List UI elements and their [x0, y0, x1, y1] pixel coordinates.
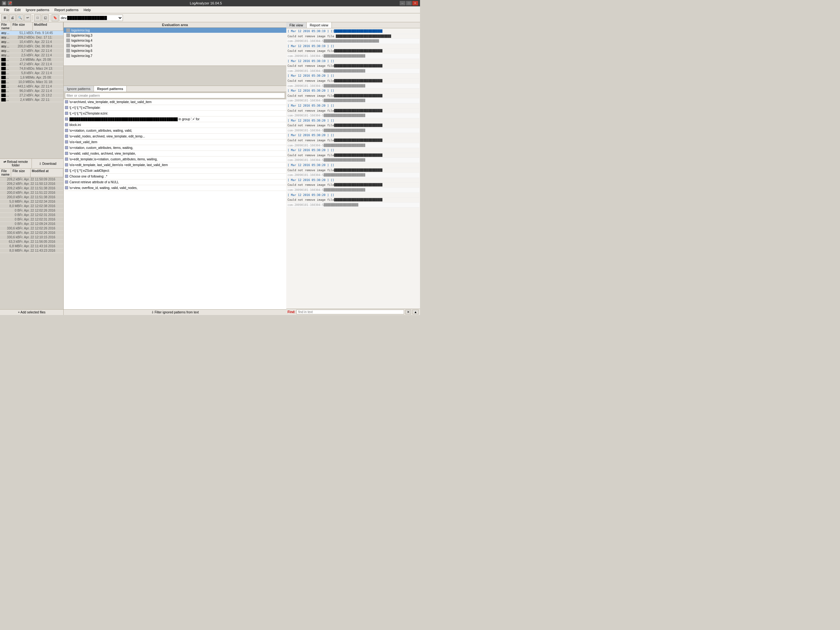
pattern-item[interactable]: \[.+\] \[.*\] eZSolr::addObject:: [64, 168, 286, 174]
pattern-item[interactable]: \s+valid_nodes, archived, view_template,…: [64, 134, 286, 139]
bottom-file-row[interactable]: ██████████████████0 BFr. Apr. 22 12:09:2…: [0, 222, 63, 226]
pattern-item[interactable]: \s+edit_template,\s+rotation, custom_att…: [64, 156, 286, 162]
maximize-button[interactable]: □: [406, 1, 412, 5]
bottom-file-row[interactable]: ████████████████████████200,0 kBFr. Apr.…: [0, 191, 63, 195]
toolbar-btn-4[interactable]: ↩: [24, 14, 31, 21]
bottom-file-row[interactable]: ████████████████████████209,2 kBFr. Apr.…: [0, 177, 63, 182]
minimize-button[interactable]: ─: [399, 1, 405, 5]
add-files-button[interactable]: + Add selected files: [0, 309, 63, 315]
toolbar-btn-5[interactable]: □: [34, 14, 41, 21]
top-file-row[interactable]: async.log.1.gz10,4 kBFr. Apr. 22 11:4: [0, 40, 63, 44]
filter-ignored-button[interactable]: ⇩ Filter ignored patterns from text: [64, 309, 286, 315]
reload-folder-button[interactable]: ⇄ Reload remote folder: [0, 159, 32, 169]
header-filename[interactable]: File name: [0, 22, 11, 30]
pattern-checkbox[interactable]: [65, 112, 68, 115]
top-file-row[interactable]: ███████████████████████47,2 kBFr. Apr. 2…: [0, 62, 63, 66]
top-file-row[interactable]: ████████████████████10,0 MBDo. März 31 1…: [0, 80, 63, 84]
bottom-file-row[interactable]: ████████████████████████200,0 kBFr. Apr.…: [0, 195, 63, 200]
view-tab-report-view[interactable]: Report view: [306, 22, 332, 28]
pattern-checkbox[interactable]: [65, 117, 68, 121]
find-close-button[interactable]: ✕: [405, 310, 411, 314]
bottom-file-row[interactable]: ██████████████████8,0 MBFr. Apr. 22 12:0…: [0, 204, 63, 208]
bottom-header-filename[interactable]: File name: [0, 169, 11, 177]
pattern-item[interactable]: block.ini: [64, 122, 286, 128]
bottom-file-row[interactable]: ██████████████████330,6 kBFr. Apr. 22 12…: [0, 235, 63, 239]
pattern-item[interactable]: \[.+\] \[.*\] eZTemplate:ezini:: [64, 111, 286, 117]
top-file-row[interactable]: ████████████████████96,0 kBFr. Apr. 22 1…: [0, 89, 63, 93]
bottom-file-row[interactable]: ██████████████████8,0 MBFr. Apr. 22 11:4…: [0, 249, 63, 253]
toolbar-btn-2[interactable]: 🖨: [9, 14, 16, 21]
pattern-item[interactable]: ████████████████████████████████████████…: [64, 117, 286, 122]
pattern-item[interactable]: \s\s+edit_template, last_valid_item\s\s …: [64, 162, 286, 168]
header-filesize[interactable]: File size: [11, 22, 33, 30]
pattern-item[interactable]: \s+rotation, custom_attributes, waiting,…: [64, 128, 286, 134]
bottom-header-modified[interactable]: Modified at: [30, 169, 63, 177]
pattern-item[interactable]: \s+rotation, custom_attributes, items, w…: [64, 145, 286, 151]
toolbar-btn-6[interactable]: ◱: [42, 14, 49, 21]
top-file-row[interactable]: async.log51,1 kBDi. Feb. 9 14:45: [0, 31, 63, 35]
top-file-row[interactable]: ████████████████████443,1 kBFr. Apr. 22 …: [0, 84, 63, 89]
pattern-checkbox[interactable]: [65, 180, 68, 184]
top-file-row[interactable]: ████████████████████1,6 MBMo. Apr. 25 08…: [0, 76, 63, 80]
bottom-file-row[interactable]: ████████████████████████209,2 kBFr. Apr.…: [0, 182, 63, 186]
pattern-item[interactable]: Cannot retrieve attribute of a NULL: [64, 180, 286, 185]
menu-help[interactable]: Help: [81, 7, 94, 13]
view-tab-file-view[interactable]: File view: [286, 22, 306, 28]
pattern-tab-report-patterns[interactable]: Report patterns: [94, 86, 127, 91]
toolbar-btn-1[interactable]: ⊞: [1, 14, 8, 21]
bottom-file-row[interactable]: ██████████████████0 BFr. Apr. 22 12:02:3…: [0, 213, 63, 217]
menu-ignore-patterns[interactable]: Ignore patterns: [23, 7, 52, 13]
find-input[interactable]: [297, 310, 404, 314]
top-file-row[interactable]: ██████████████████74,8 kBDo. März 24 13:: [0, 66, 63, 71]
remote-folder-dropdown[interactable]: dev.████████████████: [59, 15, 123, 21]
bottom-file-row[interactable]: ██████████████████330,6 kBFr. Apr. 22 12…: [0, 231, 63, 235]
bottom-file-row[interactable]: ██████████████████0 BFr. Apr. 22 12:02:2…: [0, 208, 63, 213]
download-button[interactable]: ⇩ Download: [32, 159, 63, 169]
bottom-file-row[interactable]: ██████████████████5,0 MBFr. Apr. 22 12:0…: [0, 200, 63, 204]
toolbar-btn-7[interactable]: 🔖: [52, 14, 58, 21]
pattern-checkbox[interactable]: [65, 169, 68, 172]
pattern-checkbox[interactable]: [65, 123, 68, 126]
pattern-checkbox[interactable]: [65, 163, 68, 166]
top-file-row[interactable]: ████████████████████27,2 kBFr. Apr. 15 1…: [0, 93, 63, 98]
titlebar-controls[interactable]: ─ □ ✕: [399, 1, 418, 5]
pattern-checkbox[interactable]: [65, 152, 68, 155]
pattern-item[interactable]: \s+valid, valid_nodes, archived, view_te…: [64, 151, 286, 156]
eval-file-row[interactable]: logs/error.log.7: [64, 53, 286, 58]
pattern-checkbox[interactable]: [65, 129, 68, 132]
menu-edit[interactable]: Edit: [12, 7, 23, 13]
bottom-file-row[interactable]: ██████████████████330,6 kBFr. Apr. 22 12…: [0, 226, 63, 231]
bottom-file-row[interactable]: ████████████████████████209,2 kBFr. Apr.…: [0, 186, 63, 191]
top-file-row[interactable]: async.log.2.gz3,7 kBFr. Apr. 22 11:4: [0, 49, 63, 53]
pattern-search-input[interactable]: [65, 93, 285, 98]
pattern-item[interactable]: \[.+\] \[.*\] eZTemplate:: [64, 105, 286, 111]
pattern-checkbox[interactable]: [65, 106, 68, 109]
eval-file-row[interactable]: logs/error.log.3: [64, 33, 286, 38]
top-file-row[interactable]: async.log.1209,2 kBDo. Dez. 17 11:: [0, 35, 63, 40]
pattern-checkbox[interactable]: [65, 158, 68, 161]
pattern-checkbox[interactable]: [65, 140, 68, 143]
eval-file-row[interactable]: logs/error.log: [64, 28, 286, 33]
bottom-file-row[interactable]: ██████████████████6,8 MBFr. Apr. 22 11:4…: [0, 244, 63, 249]
eval-file-row[interactable]: logs/error.log.5: [64, 43, 286, 48]
eval-file-row[interactable]: logs/error.log.4: [64, 38, 286, 43]
top-file-row[interactable]: async.log.2200,0 kBFr. Okt. 30 09:4: [0, 44, 63, 49]
close-button[interactable]: ✕: [412, 1, 418, 5]
bottom-file-row[interactable]: ██████████████████0 BFr. Apr. 22 12:02:3…: [0, 217, 63, 222]
bottom-file-row[interactable]: ██████████████████63,3 kBFr. Apr. 22 11:…: [0, 239, 63, 244]
pattern-item[interactable]: \s+view, overflow_id, waiting, valid, va…: [64, 185, 286, 191]
find-chevron-up[interactable]: ▲: [412, 310, 419, 314]
pattern-tab-ignore-patterns[interactable]: Ignore patterns: [64, 86, 94, 91]
top-file-row[interactable]: ████████████5,8 kBFr. Apr. 22 11:4: [0, 71, 63, 76]
menu-report-patterns[interactable]: Report patterns: [52, 7, 81, 13]
bottom-header-size[interactable]: File size: [11, 169, 30, 177]
toolbar-btn-3[interactable]: 🔍: [17, 14, 24, 21]
pattern-item[interactable]: \s\s+last_valid_item: [64, 139, 286, 145]
pattern-checkbox[interactable]: [65, 146, 68, 149]
header-modified[interactable]: Modified: [33, 22, 63, 30]
eval-file-row[interactable]: logs/error.log.6: [64, 48, 286, 53]
pattern-item[interactable]: \s+archived, view_template, edit_templat…: [64, 99, 286, 105]
top-file-row[interactable]: async.log.gz2,5 kBFr. Apr. 22 11:4: [0, 53, 63, 58]
pattern-checkbox[interactable]: [65, 135, 68, 138]
menu-file[interactable]: File: [1, 7, 12, 13]
